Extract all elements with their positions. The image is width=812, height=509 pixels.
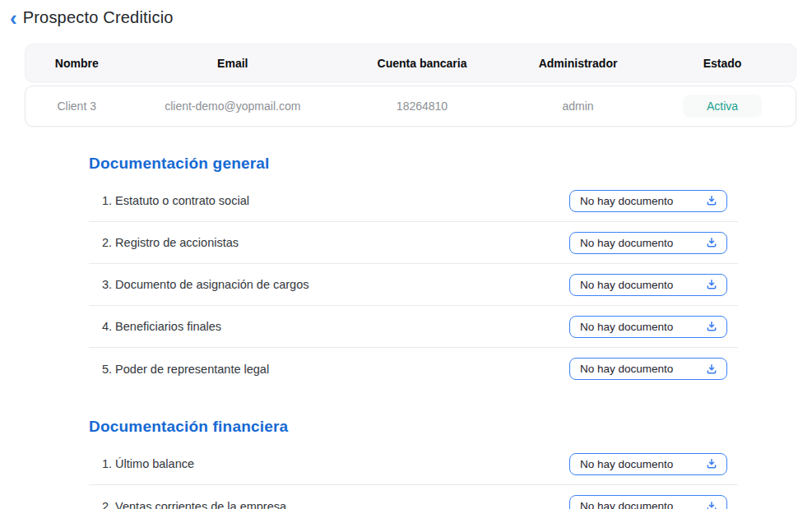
document-row: 2. Ventas corrientes de la empresa No ha… [89,485,738,509]
documents-area: Documentación general 1. Estatuto o cont… [89,155,738,509]
document-label: 2. Registro de accionistas [102,236,239,249]
no-document-label: No hay documento [580,237,673,249]
download-icon [705,278,718,291]
client-bank-account-cell: 18264810 [337,99,507,113]
document-list-financiera: 1. Último balance No hay documento 2. Ve… [89,443,738,509]
no-document-label: No hay documento [580,458,673,470]
no-document-label: No hay documento [580,195,673,207]
no-document-button[interactable]: No hay documento [569,316,727,338]
prospecto-crediticio-page: ‹ Prospecto Crediticio Nombre Email Cuen… [0,0,812,509]
column-header-estado: Estado [649,57,796,70]
column-header-email: Email [128,57,337,70]
status-badge: Activa [683,95,762,118]
no-document-button[interactable]: No hay documento [569,232,727,254]
download-icon [705,320,718,333]
client-admin-cell: admin [507,99,649,113]
no-document-label: No hay documento [580,500,673,509]
no-document-label: No hay documento [580,279,673,291]
download-icon [705,363,718,376]
download-icon [705,457,718,470]
column-header-cuenta-bancaria: Cuenta bancaria [337,57,507,70]
client-table: Nombre Email Cuenta bancaria Administrad… [25,44,796,127]
document-row: 2. Registro de accionistas No hay docume… [89,222,738,264]
column-header-administrador: Administrador [507,57,649,70]
no-document-button[interactable]: No hay documento [569,453,727,475]
no-document-button[interactable]: No hay documento [569,274,727,296]
section-title-documentacion-financiera: Documentación financiera [89,418,738,436]
client-table-header-row: Nombre Email Cuenta bancaria Administrad… [25,44,796,82]
document-label: 5. Poder de representante legal [102,363,269,376]
no-document-label: No hay documento [580,363,673,375]
document-label: 1. Último balance [102,457,194,470]
download-icon [705,194,718,207]
page-title: Prospecto Crediticio [23,8,174,27]
document-label: 3. Documento de asignación de cargos [102,278,309,291]
download-icon [705,236,718,249]
no-document-button[interactable]: No hay documento [569,358,727,380]
download-icon [705,500,718,509]
document-row: 1. Estatuto o contrato social No hay doc… [89,180,738,222]
document-list-general: 1. Estatuto o contrato social No hay doc… [89,180,738,390]
document-label: 1. Estatuto o contrato social [102,194,249,207]
no-document-label: No hay documento [580,321,673,333]
page-header: ‹ Prospecto Crediticio [0,0,812,27]
client-status-cell: Activa [649,95,796,118]
column-header-nombre: Nombre [26,57,128,70]
document-row: 1. Último balance No hay documento [89,443,738,485]
document-row: 3. Documento de asignación de cargos No … [89,264,738,306]
client-name-cell: Client 3 [26,99,128,113]
section-title-documentacion-general: Documentación general [89,155,738,173]
document-row: 4. Beneficiarios finales No hay document… [89,306,738,348]
no-document-button[interactable]: No hay documento [569,495,727,509]
no-document-button[interactable]: No hay documento [569,190,727,212]
document-row: 5. Poder de representante legal No hay d… [89,348,738,390]
chevron-left-icon[interactable]: ‹ [10,9,17,27]
client-table-row[interactable]: Client 3 client-demo@yopmail.com 1826481… [25,86,796,127]
client-email-cell: client-demo@yopmail.com [128,99,337,113]
document-label: 4. Beneficiarios finales [102,320,221,333]
document-label: 2. Ventas corrientes de la empresa [102,500,286,509]
